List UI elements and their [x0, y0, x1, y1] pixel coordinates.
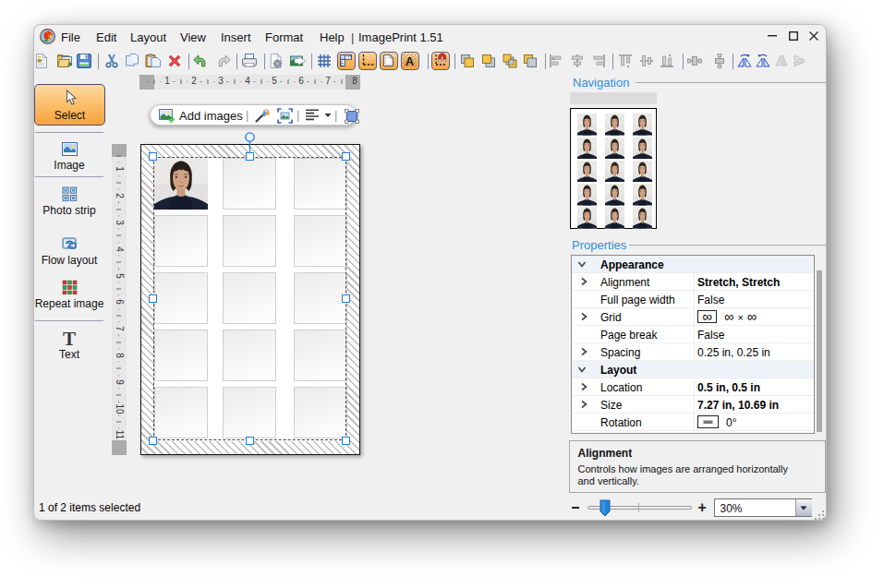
svg-text:A: A [406, 54, 415, 68]
